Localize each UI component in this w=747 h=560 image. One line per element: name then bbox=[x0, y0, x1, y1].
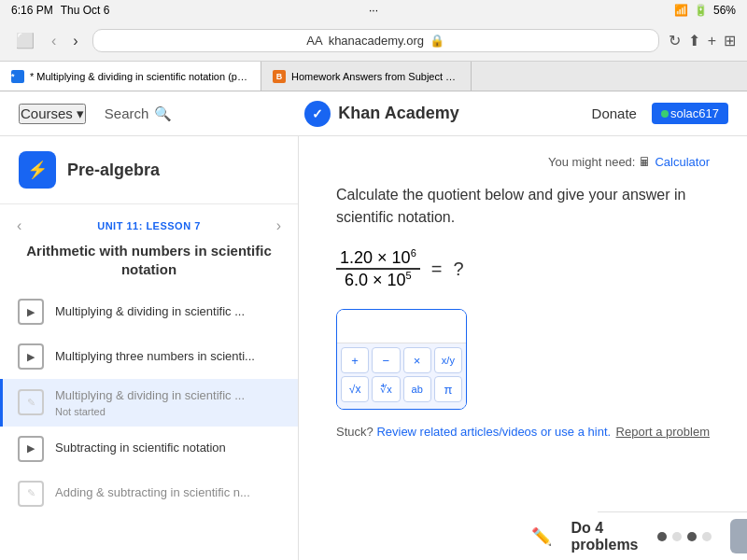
calc-minus[interactable]: − bbox=[372, 347, 400, 373]
ka-logo-symbol: ✓ bbox=[312, 106, 323, 121]
unit-prev-btn[interactable]: ‹ bbox=[15, 216, 23, 236]
check-btn[interactable]: Check bbox=[730, 519, 748, 553]
lesson-item-2[interactable]: ✎Multiplying & dividing in scientific ..… bbox=[0, 379, 298, 427]
sidebar-header: ⚡ Pre-algebra bbox=[0, 136, 298, 204]
den-base: 10 bbox=[388, 271, 406, 289]
num-times: × bbox=[377, 248, 388, 267]
tab-brainly[interactable]: B Homework Answers from Subject Matter E… bbox=[261, 62, 472, 91]
lesson-text-4: Adding & subtracting in scientific n... bbox=[55, 485, 283, 501]
calc-times[interactable]: × bbox=[403, 347, 431, 373]
wifi-icon: 📶 bbox=[674, 4, 688, 17]
dot-4 bbox=[702, 532, 712, 541]
tab-favicon-brainly: B bbox=[273, 70, 286, 83]
do-problems-label: Do 4 problems bbox=[571, 520, 638, 553]
lock-icon: 🔒 bbox=[430, 34, 444, 48]
tab-favicon-khan: * bbox=[11, 70, 24, 83]
fraction: 1.20 × 106 6.0 × 105 bbox=[336, 247, 420, 290]
courses-btn[interactable]: Courses ▾ bbox=[19, 104, 86, 124]
unit-header[interactable]: ‹ UNIT 11: LESSON 7 › bbox=[0, 204, 298, 242]
review-link[interactable]: Review related articles/videos or use a … bbox=[376, 425, 611, 439]
num-exp: 6 bbox=[411, 247, 416, 259]
search-icon: 🔍 bbox=[154, 105, 172, 122]
calc-display[interactable] bbox=[337, 310, 466, 343]
dot-2 bbox=[672, 532, 682, 541]
lesson-icon-0: ▶ bbox=[18, 299, 44, 325]
calc-sqrt[interactable]: √x bbox=[341, 376, 369, 402]
donate-btn[interactable]: Donate bbox=[592, 105, 637, 121]
calc-4thrt[interactable]: ∜x bbox=[372, 376, 400, 402]
den-times: × bbox=[373, 271, 383, 289]
denominator: 6.0 × 105 bbox=[341, 270, 416, 290]
unit-next-btn[interactable]: › bbox=[275, 216, 283, 236]
new-tab-btn[interactable]: + bbox=[708, 32, 716, 49]
calc-xy[interactable]: x/y bbox=[434, 347, 462, 373]
den-coeff: 6.0 bbox=[345, 271, 368, 289]
address-bar[interactable]: AA khanacademy.org 🔒 bbox=[92, 29, 659, 52]
courses-chevron: ▾ bbox=[77, 105, 84, 122]
ka-logo: ✓ bbox=[304, 101, 331, 127]
dot-1 bbox=[657, 532, 667, 541]
calc-row-2: √x ∜x ab π bbox=[341, 376, 462, 402]
user-online-dot bbox=[661, 110, 669, 118]
tab-bar: * * Multiplying & dividing in scientific… bbox=[0, 62, 747, 91]
right-panel: You might need: 🖩 Calculator Calculate t… bbox=[299, 136, 747, 560]
num-base: 10 bbox=[392, 248, 411, 267]
tab-label-brainly: Homework Answers from Subject Matter Exp… bbox=[291, 71, 459, 82]
equals-sign: = bbox=[431, 259, 443, 280]
calculator-icon: 🖩 bbox=[639, 155, 651, 169]
brand-name: Khan Academy bbox=[338, 104, 458, 123]
user-menu-btn[interactable]: solac617 bbox=[652, 103, 728, 124]
calculator-widget: + − × x/y √x ∜x ab π bbox=[336, 309, 467, 410]
lesson-subtitle-2: Not started bbox=[55, 406, 283, 417]
back-btn[interactable]: ‹ bbox=[47, 30, 61, 51]
stuck-label: Stuck? bbox=[336, 425, 374, 439]
lesson-text-3: Subtracting in scientific notation bbox=[55, 441, 283, 456]
lesson-icon-1: ▶ bbox=[18, 343, 44, 370]
status-day: Thu Oct 6 bbox=[61, 4, 110, 17]
tabs-btn[interactable]: ⊞ bbox=[724, 32, 736, 49]
browser-chrome: ⬜ ‹ › AA khanacademy.org 🔒 ↻ ⬆ + ⊞ bbox=[0, 21, 747, 62]
question-mark: ? bbox=[453, 259, 463, 280]
calc-buttons: + − × x/y √x ∜x ab π bbox=[337, 343, 466, 409]
lesson-icon-4: ✎ bbox=[18, 481, 44, 507]
refresh-btn[interactable]: ↻ bbox=[669, 32, 681, 49]
lesson-icon-2: ✎ bbox=[18, 389, 44, 415]
pencil-icon: ✏️ bbox=[531, 526, 552, 547]
dot-3 bbox=[687, 532, 697, 541]
lesson-item-3[interactable]: ▶Subtracting in scientific notation bbox=[0, 427, 298, 471]
lesson-text-1: Multiplying three numbers in scienti... bbox=[55, 349, 283, 365]
question-text: Calculate the quotient below and give yo… bbox=[336, 184, 710, 229]
main-scroll[interactable]: You might need: 🖩 Calculator Calculate t… bbox=[299, 136, 747, 560]
lesson-item-1[interactable]: ▶Multiplying three numbers in scienti... bbox=[0, 334, 298, 379]
report-link[interactable]: Report a problem bbox=[616, 425, 710, 439]
tab-khan[interactable]: * * Multiplying & dividing in scientific… bbox=[0, 62, 261, 91]
share-btn[interactable]: ⬆ bbox=[688, 32, 700, 49]
sidebar-toggle-btn[interactable]: ⬜ bbox=[11, 30, 39, 51]
battery-percent: 56% bbox=[713, 4, 736, 17]
calc-plus[interactable]: + bbox=[341, 347, 369, 373]
lesson-title-3: Subtracting in scientific notation bbox=[55, 441, 283, 456]
footer-bar: ✏️ Do 4 problems Check bbox=[598, 511, 747, 560]
lesson-text-2: Multiplying & dividing in scientific ...… bbox=[55, 388, 283, 417]
calculator-label[interactable]: Calculator bbox=[655, 155, 710, 169]
search-label: Search bbox=[105, 105, 149, 121]
lesson-icon-3: ▶ bbox=[18, 436, 44, 462]
lesson-item-4[interactable]: ✎Adding & subtracting in scientific n... bbox=[0, 471, 298, 516]
search-area[interactable]: Search 🔍 bbox=[105, 105, 173, 122]
unit-title: Arithmetic with numbers in scientific no… bbox=[0, 242, 298, 289]
lesson-item-0[interactable]: ▶Multiplying & dividing in scientific ..… bbox=[0, 289, 298, 334]
calc-power[interactable]: ab bbox=[403, 376, 431, 402]
calc-pi[interactable]: π bbox=[434, 376, 462, 402]
courses-label: Courses bbox=[21, 105, 73, 121]
math-expression: 1.20 × 106 6.0 × 105 = ? bbox=[336, 247, 710, 290]
lesson-text-0: Multiplying & dividing in scientific ... bbox=[55, 304, 283, 320]
progress-dots bbox=[657, 532, 712, 541]
aa-label: AA bbox=[306, 34, 322, 48]
subject-icon: ⚡ bbox=[19, 151, 56, 189]
forward-btn[interactable]: › bbox=[68, 30, 82, 51]
user-label: solac617 bbox=[670, 106, 719, 120]
status-ellipsis: ··· bbox=[369, 4, 378, 17]
lesson-title-0: Multiplying & dividing in scientific ... bbox=[55, 304, 283, 320]
lesson-title-4: Adding & subtracting in scientific n... bbox=[55, 485, 283, 501]
num-coeff: 1.20 bbox=[340, 248, 373, 267]
